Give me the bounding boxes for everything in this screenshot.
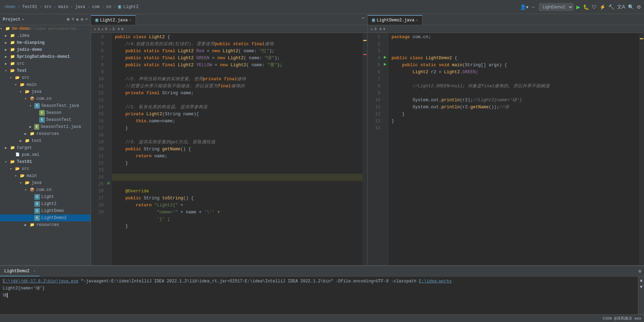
settings-button[interactable]: ⚙ xyxy=(637,4,641,10)
nav-down[interactable]: ∨ xyxy=(383,27,386,31)
tree-item-spring[interactable]: ▶ 📁 SpringDataRedis-demo1 xyxy=(0,53,91,60)
output-text-2: Light2{name='绿'} xyxy=(3,286,45,291)
tree-label: LightDemo xyxy=(41,208,64,213)
tab-lightdemo2[interactable]: C LightDemo2.java ✕ xyxy=(368,15,422,25)
scroll-up-button[interactable]: ▲ xyxy=(640,278,643,283)
breadcrumb-main[interactable]: main xyxy=(58,5,68,9)
tree-item-resources-01[interactable]: ▶ 📁 resources xyxy=(0,221,91,228)
tree-item-test[interactable]: ▾ 📂 Test xyxy=(0,67,91,74)
tree-label: Light2 xyxy=(41,201,56,206)
classpath-link[interactable]: E:\idea-works xyxy=(419,279,452,284)
tab-close-button[interactable]: ✕ xyxy=(129,18,131,22)
output-text-3: 绿 xyxy=(3,293,7,298)
tree-item-main-test[interactable]: ▾ 📂 main xyxy=(0,81,91,88)
tree-item-season[interactable]: C Season xyxy=(0,109,91,116)
code-content-left[interactable]: public class Light2 { //4.创建当前类的实例(红绿灯).… xyxy=(112,33,362,265)
expand-arrow: ▾ xyxy=(20,181,25,185)
bottom-content[interactable]: E:\jdk\jdk-17.0.2\bin\java.exe "-javaage… xyxy=(0,276,638,314)
err-icon: ⚠ xyxy=(109,27,111,31)
nav-down[interactable]: ∨ xyxy=(121,27,124,31)
warn-icon: ⚠ xyxy=(371,27,373,31)
java-exe-link[interactable]: E:\jdk\jdk-17.0.2\bin\java.exe xyxy=(3,279,78,284)
tree-label: LightDemo2 xyxy=(41,215,67,220)
user-button[interactable]: 👤▾ xyxy=(520,4,528,10)
nav-up[interactable]: ∧ xyxy=(379,27,382,31)
tree-item-main-01[interactable]: ▾ 📂 main xyxy=(0,172,91,179)
bottom-tab-lightdemo2[interactable]: LightDemo2 ✕ xyxy=(0,266,40,276)
class-icon: C xyxy=(34,215,40,221)
sidebar-settings-icon[interactable]: ⚙ xyxy=(81,17,83,22)
translate-button[interactable]: 文A xyxy=(617,4,625,10)
tree-label: com.cn xyxy=(36,96,51,101)
coverage-button[interactable]: 🛡 xyxy=(592,4,597,10)
breadcrumb-light2[interactable]: Light2 xyxy=(123,5,138,9)
tree-item-hm-demo[interactable]: ▾ 📁 hm-demo E:\idea workspace\hm-... xyxy=(0,25,91,32)
nav-up[interactable]: ∧ xyxy=(118,27,120,31)
tree-label: jedis-demo xyxy=(17,47,42,52)
build-button[interactable]: 🔨 xyxy=(608,4,614,10)
code-content-right[interactable]: package com.cn; public class LightDemo2 … xyxy=(389,33,639,265)
scroll-down-button[interactable]: ▼ xyxy=(640,285,643,290)
tree-item-java-test[interactable]: ▾ 📂 java xyxy=(0,88,91,95)
tree-item-lightdemo2[interactable]: C LightDemo2 xyxy=(0,214,91,221)
tab-more-left[interactable]: ⋯ xyxy=(359,15,367,25)
sidebar-close-icon[interactable]: — xyxy=(85,17,88,22)
expand-arrow: ▾ xyxy=(5,160,10,164)
bottom-tab-close[interactable]: ✕ xyxy=(33,269,35,273)
tab-light2[interactable]: C Light2.java ✕ xyxy=(91,15,136,25)
run-config-select[interactable]: LightDemo2 xyxy=(539,3,574,11)
folder-icon: 📁 xyxy=(25,138,30,144)
breadcrumb-com[interactable]: com xyxy=(92,5,99,9)
class-icon: C xyxy=(34,194,40,200)
expand-arrow: ▾ xyxy=(15,174,20,178)
tree-item-lightdemo[interactable]: C LightDemo xyxy=(0,207,91,214)
editors-split: ⚠ 1 ⚠ 5 ⚠ 2 ∧ ∨ 45678 910111213 14151617… xyxy=(91,25,644,265)
tree-item-src-test[interactable]: ▾ 📂 src xyxy=(0,74,91,81)
tree-item-java-01[interactable]: ▾ 📂 java xyxy=(0,179,91,186)
folder-icon: 📁 xyxy=(29,222,35,228)
tree-item-hm-dianping[interactable]: ▶ 📁 hm-dianping xyxy=(0,39,91,46)
tree-item-seasontest[interactable]: C SeasonTest xyxy=(0,116,91,123)
tree-label: Light xyxy=(41,194,54,199)
tree-item-jedis[interactable]: ▶ 📁 jedis-demo xyxy=(0,46,91,53)
warn-icon-2: ⚠ xyxy=(101,27,104,31)
tree-item-pom[interactable]: 📄 pom.xml xyxy=(0,151,91,158)
tree-item-com-cn-test[interactable]: ▾ 📦 com.cn xyxy=(0,95,91,102)
breadcrumb-src[interactable]: src xyxy=(44,5,52,9)
breadcrumb-demo[interactable]: -demo xyxy=(3,5,15,9)
tree-item-src1[interactable]: ▶ 📁 src xyxy=(0,60,91,67)
tree-label: .idea xyxy=(17,33,29,38)
locate-icon[interactable]: ⊕ xyxy=(67,17,69,22)
breadcrumb-java[interactable]: java xyxy=(75,5,85,9)
enum-file-icon: E xyxy=(34,124,39,130)
tree-item-test01[interactable]: ▾ 📂 Test01 xyxy=(0,158,91,165)
debug-button[interactable]: 🐛 xyxy=(583,4,589,10)
tree-item-seasontest1[interactable]: ▶ E SeasonTest1.java xyxy=(0,123,91,130)
line-numbers-right: 12345 678910 11121314 xyxy=(368,33,382,265)
expand-arrow: ▶ xyxy=(5,41,10,45)
tree-item-test-dir[interactable]: ▶ 📁 test xyxy=(0,137,91,144)
sidebar-dropdown-icon[interactable]: ▾ xyxy=(22,18,24,22)
tree-item-com-cn-01[interactable]: ▾ 📦 com.cn xyxy=(0,186,91,193)
tab-label: LightDemo2.java xyxy=(376,18,414,23)
search-button[interactable]: 🔍 xyxy=(628,4,634,10)
tree-item-target[interactable]: ▶ 📁 target xyxy=(0,144,91,151)
tree-item-idea[interactable]: ▶ 📁 .idea xyxy=(0,32,91,39)
tree-label: java xyxy=(32,180,42,185)
cursor xyxy=(7,293,8,298)
run-button[interactable]: ▶ xyxy=(576,3,580,11)
expand-icon[interactable]: ⇅ xyxy=(76,17,78,22)
profile-button[interactable]: ⚡ xyxy=(600,4,605,10)
breadcrumb-test01[interactable]: Test01 xyxy=(22,5,37,9)
collapse-all-icon[interactable]: ≡ xyxy=(71,17,74,22)
tree-item-src-01[interactable]: ▾ 📂 src xyxy=(0,165,91,172)
breadcrumb-cn[interactable]: cn xyxy=(106,5,111,9)
bottom-settings[interactable]: ⚙ xyxy=(636,268,644,274)
tree-item-light[interactable]: C Light xyxy=(0,193,91,200)
editor-pane-left: ⚠ 1 ⚠ 5 ⚠ 2 ∧ ∨ 45678 910111213 14151617… xyxy=(91,25,368,265)
tree-item-light2[interactable]: C Light2 xyxy=(0,200,91,207)
back-button[interactable]: ← xyxy=(531,4,536,10)
tab-close-button[interactable]: ✕ xyxy=(416,18,418,22)
tree-item-seasontest-java[interactable]: ▾ C SeasonTest.java xyxy=(0,102,91,109)
tree-item-resources-test[interactable]: ▶ 📁 resources xyxy=(0,130,91,137)
